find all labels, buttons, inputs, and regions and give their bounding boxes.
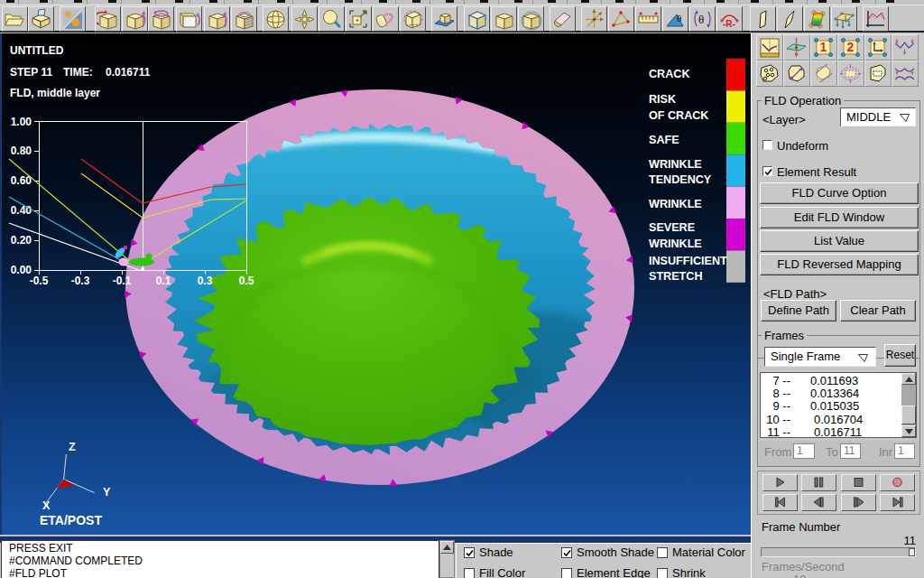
svg-text:UNTITLED: UNTITLED — [10, 44, 64, 57]
svg-text:-0.1: -0.1 — [113, 275, 132, 287]
svg-text:WRINKLE: WRINKLE — [649, 198, 702, 210]
svg-text:TIME:: TIME: — [63, 66, 93, 79]
svg-text:STEP 11: STEP 11 — [10, 66, 52, 79]
svg-text:0.20: 0.20 — [11, 234, 32, 247]
svg-text:STRETCH: STRETCH — [649, 270, 702, 283]
svg-text:ETA/POST: ETA/POST — [40, 513, 102, 527]
svg-text:1: 1 — [820, 40, 827, 54]
svg-text:INSUFFICIENT: INSUFFICIENT — [649, 255, 727, 267]
svg-text:1.00: 1.00 — [11, 116, 32, 128]
svg-text:CRACK: CRACK — [649, 68, 689, 80]
svg-text:WRINKLE: WRINKLE — [649, 238, 702, 250]
svg-text:0.016711: 0.016711 — [106, 66, 151, 79]
svg-text:SEVERE: SEVERE — [649, 221, 695, 234]
svg-text:Z: Z — [69, 441, 76, 453]
svg-text:2: 2 — [847, 40, 855, 54]
svg-text:0.80: 0.80 — [11, 144, 32, 157]
svg-text:0.3: 0.3 — [198, 275, 213, 287]
svg-text:0.40: 0.40 — [11, 204, 32, 217]
svg-text:θ: θ — [698, 13, 704, 26]
svg-text:FLD, middle layer: FLD, middle layer — [10, 87, 100, 99]
svg-text:SAFE: SAFE — [649, 134, 679, 146]
svg-text:0.1: 0.1 — [156, 275, 171, 287]
svg-text:-0.5: -0.5 — [30, 275, 49, 287]
svg-text:X: X — [42, 499, 51, 512]
svg-text:-0.3: -0.3 — [71, 275, 90, 287]
svg-text:-R-: -R- — [723, 19, 735, 29]
svg-text:Y: Y — [103, 486, 111, 499]
svg-text:TENDENCY: TENDENCY — [649, 173, 712, 186]
svg-text:0.60: 0.60 — [11, 174, 32, 187]
svg-text:0.5: 0.5 — [239, 275, 254, 287]
svg-text:RISK: RISK — [649, 93, 676, 106]
svg-text:θ: θ — [677, 13, 681, 23]
svg-text:OF CRACK: OF CRACK — [649, 109, 708, 122]
svg-text:WRINKLE: WRINKLE — [649, 158, 702, 171]
